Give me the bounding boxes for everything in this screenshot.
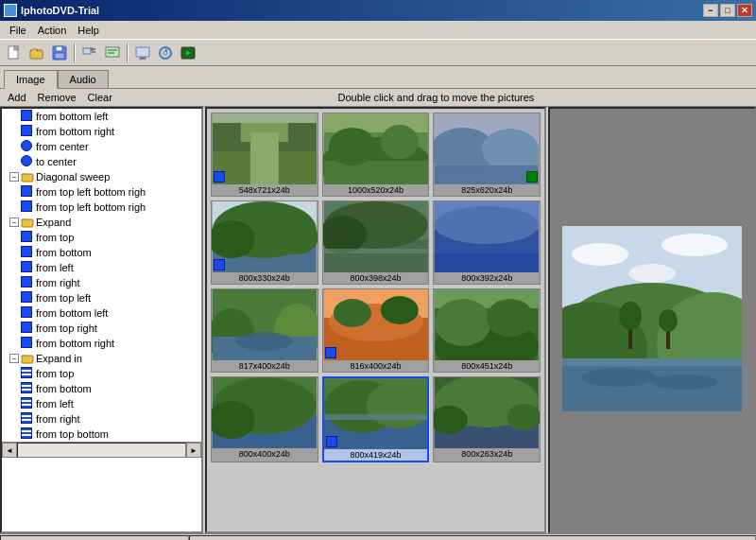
tree-item[interactable]: from bottom left (2, 109, 201, 124)
toolbar-open[interactable] (26, 43, 47, 63)
tree-item-label: from bottom (36, 383, 92, 394)
tree-item[interactable]: from right (2, 275, 201, 290)
image-cell[interactable]: 825x620x24b (433, 113, 541, 197)
tree-hscroll[interactable]: ◄ ► (2, 442, 201, 458)
preview-area (550, 109, 754, 531)
tree-item[interactable]: from left (2, 396, 201, 411)
svg-rect-22 (22, 219, 33, 227)
svg-point-71 (487, 299, 534, 337)
image-cell[interactable]: 800x398x24b (322, 200, 430, 285)
image-cell[interactable]: 800x451x24b (433, 288, 541, 373)
svg-rect-23 (22, 356, 33, 363)
tree-item-label: from bottom right (36, 126, 114, 137)
toolbar-display[interactable] (132, 43, 153, 63)
effect-icon (21, 110, 34, 123)
svg-rect-80 (324, 414, 428, 420)
transitions-tree[interactable]: from bottom leftfrom bottom rightfrom ce… (0, 107, 203, 533)
image-cell[interactable]: 800x400x24b (211, 376, 318, 462)
effect-icon (21, 322, 34, 335)
tab-bar: Image Audio (0, 66, 756, 89)
image-cell[interactable]: 800x263x24b (433, 376, 541, 462)
image-cell[interactable]: 800x330x24b (211, 200, 318, 285)
toolbar-refresh[interactable] (155, 43, 176, 63)
image-cell[interactable]: 548x721x24b (211, 113, 318, 197)
svg-point-60 (236, 332, 293, 351)
tree-item-label: Diagonal sweep (36, 171, 110, 183)
tab-image[interactable]: Image (4, 70, 58, 89)
lines-icon (21, 412, 34, 426)
tree-item[interactable]: from bottom right (2, 336, 201, 351)
tree-item-label: from left (36, 398, 74, 409)
tree-item[interactable]: from bottom left (2, 305, 201, 321)
tree-item[interactable]: −Diagonal sweep (2, 169, 201, 184)
image-blue-icon (214, 171, 225, 183)
scroll-left[interactable]: ◄ (2, 443, 17, 458)
tree-item-label: Expand in (36, 353, 82, 364)
tree-item-label: from center (36, 141, 89, 152)
menu-action[interactable]: Action (32, 24, 73, 37)
menu-file[interactable]: File (4, 24, 32, 37)
image-cell[interactable]: 1000x520x24b (322, 113, 430, 197)
toolbar-settings2[interactable] (102, 43, 123, 63)
tree-item[interactable]: from right (2, 411, 201, 427)
tree-item[interactable]: from center (2, 139, 201, 154)
close-button[interactable]: ✕ (737, 4, 752, 17)
toolbar-sep2 (127, 44, 129, 62)
scroll-track[interactable] (17, 443, 186, 458)
tree-item[interactable]: from bottom right (2, 124, 201, 139)
lines-icon (21, 397, 34, 410)
image-cell[interactable]: 817x400x24b (211, 288, 318, 373)
tab-audio[interactable]: Audio (58, 70, 109, 88)
tree-item[interactable]: from top right (2, 321, 201, 336)
scroll-right[interactable]: ► (186, 443, 201, 458)
tree-item[interactable]: to center (2, 154, 201, 169)
tree-item[interactable]: from top left bottom righ (2, 184, 201, 200)
image-cell[interactable]: 800x419x24b (322, 376, 430, 462)
menu-help[interactable]: Help (72, 24, 105, 37)
image-thumbnail (212, 201, 318, 272)
title-bar: IphotoDVD-Trial − □ ✕ (0, 0, 756, 21)
effect-icon (21, 185, 34, 199)
minimize-button[interactable]: − (703, 4, 718, 17)
folder-icon (21, 216, 34, 229)
preview-panel (548, 107, 756, 533)
image-cell[interactable]: 816x400x24b (322, 288, 430, 373)
maximize-button[interactable]: □ (720, 4, 735, 17)
tree-item[interactable]: −Expand (2, 215, 201, 230)
clear-button[interactable]: Clear (88, 92, 112, 103)
tree-item[interactable]: from top left (2, 290, 201, 305)
toolbar-settings1[interactable] (79, 43, 100, 63)
tree-item[interactable]: −Expand in (2, 351, 201, 366)
image-cell[interactable]: 800x392x24b (433, 200, 541, 285)
tree-expand-btn[interactable]: − (9, 172, 19, 182)
tree-item[interactable]: from left (2, 260, 201, 275)
image-thumbnail (434, 289, 540, 360)
toolbar-play[interactable] (178, 43, 198, 63)
folder-icon (21, 170, 34, 183)
effect-icon (21, 231, 34, 244)
status-bar (0, 533, 756, 540)
tree-expand-btn[interactable]: − (9, 218, 19, 227)
svg-point-39 (482, 129, 539, 170)
menu-bar: File Action Help (0, 21, 756, 40)
svg-rect-7 (83, 48, 91, 54)
tree-item[interactable]: from top (2, 230, 201, 245)
radio-icon (21, 140, 34, 153)
sub-toolbar: Add Remove Clear Double click and drag t… (0, 89, 756, 107)
toolbar-save[interactable] (49, 43, 70, 63)
toolbar-new[interactable] (4, 43, 25, 63)
tree-item[interactable]: from top left bottom righ (2, 200, 201, 215)
image-green-icon (526, 171, 538, 183)
remove-button[interactable]: Remove (38, 92, 77, 103)
tree-item-label: from bottom left (36, 307, 108, 319)
image-grid-panel[interactable]: 548x721x24b1000x520x24b825x620x24b800x33… (205, 107, 546, 533)
svg-rect-50 (323, 249, 427, 253)
tree-item[interactable]: from bottom (2, 245, 201, 260)
tree-item-label: from top (36, 368, 74, 379)
add-button[interactable]: Add (8, 92, 26, 103)
tree-expand-btn[interactable]: − (9, 354, 19, 363)
tree-item[interactable]: from bottom (2, 381, 201, 396)
tree-item[interactable]: from top (2, 366, 201, 381)
svg-point-54 (435, 206, 539, 244)
tree-item[interactable]: from top bottom (2, 427, 201, 442)
